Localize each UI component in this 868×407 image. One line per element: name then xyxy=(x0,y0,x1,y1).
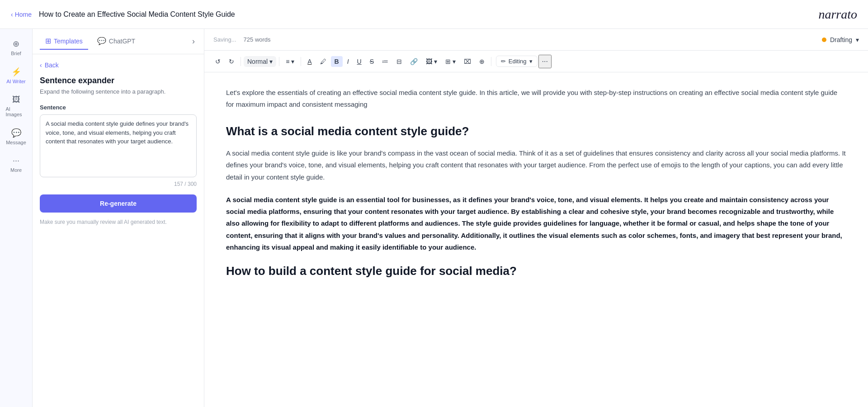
tab-templates[interactable]: ⊞ Templates xyxy=(40,33,88,50)
main-layout: ⊕ Brief ⚡ AI Writer 🖼 AI Images 💬 Messag… xyxy=(0,29,868,407)
collapse-panel-button[interactable]: › xyxy=(190,35,197,48)
align-button[interactable]: ≡ ▾ xyxy=(282,56,298,67)
template-title: Sentence expander xyxy=(40,76,197,85)
editor-status: Saving... 725 words xyxy=(213,36,271,43)
doc-title: How to Create an Effective Social Media … xyxy=(39,10,235,19)
link-button[interactable]: 🔗 xyxy=(406,56,421,67)
editor-paragraph-1: A social media content style guide is li… xyxy=(226,147,846,183)
image-button[interactable]: 🖼 ▾ xyxy=(422,56,441,67)
panel-content: ‹ Back Sentence expander Expand the foll… xyxy=(33,54,204,407)
tab-chatgpt[interactable]: 💬 ChatGPT xyxy=(92,33,141,50)
disclaimer-text: Make sure you manually review all AI gen… xyxy=(40,218,197,226)
strikethrough-button[interactable]: S xyxy=(366,56,377,67)
header-left: ‹ Home How to Create an Effective Social… xyxy=(11,10,235,19)
drafting-badge[interactable]: Drafting ▾ xyxy=(822,36,859,43)
sentence-textarea[interactable]: A social media content style guide defin… xyxy=(40,114,197,177)
remove-format-button[interactable]: ⌧ xyxy=(460,56,475,67)
chevron-left-icon: ‹ xyxy=(11,11,13,18)
editor-intro: Let's explore the essentials of creating… xyxy=(226,87,846,110)
back-label: Back xyxy=(45,62,59,69)
editor-heading-1: What is a social media content style gui… xyxy=(226,124,846,138)
sidebar-item-ai-writer[interactable]: ⚡ AI Writer xyxy=(2,62,30,89)
style-select-label: Normal xyxy=(247,58,268,65)
templates-tab-icon: ⊞ xyxy=(45,37,51,45)
pencil-icon: ✏ xyxy=(501,58,506,65)
back-chevron-icon: ‹ xyxy=(40,62,42,69)
message-icon: 💬 xyxy=(11,128,21,138)
italic-button[interactable]: I xyxy=(344,56,353,67)
toolbar: ↺ ↻ Normal ▾ ≡ ▾ A 🖊 B I U S ≔ ⊟ 🔗 🖼 ▾ ⊞… xyxy=(204,51,868,72)
sentence-field-label: Sentence xyxy=(40,104,197,111)
underline-button[interactable]: U xyxy=(354,56,365,67)
bullet-list-button[interactable]: ≔ xyxy=(378,56,392,67)
editing-label: Editing xyxy=(509,58,527,65)
template-description: Expand the following sentence into a par… xyxy=(40,88,197,95)
toolbar-more-button[interactable]: ··· xyxy=(538,55,552,68)
bold-button[interactable]: B xyxy=(331,56,343,67)
sidebar-item-ai-images[interactable]: 🖼 AI Images xyxy=(2,90,30,122)
saving-text: Saving... xyxy=(213,36,236,43)
editing-chevron-icon: ▾ xyxy=(529,58,533,65)
back-button[interactable]: ‹ Back xyxy=(40,62,197,69)
redo-button[interactable]: ↻ xyxy=(225,56,238,67)
sidebar-label-ai-images: AI Images xyxy=(6,106,27,117)
chatgpt-tab-label: ChatGPT xyxy=(109,38,135,45)
home-link[interactable]: ‹ Home xyxy=(11,11,32,18)
table-button[interactable]: ⊞ ▾ xyxy=(442,56,459,67)
word-count: 725 words xyxy=(244,36,271,43)
header: ‹ Home How to Create an Effective Social… xyxy=(0,0,868,29)
editing-button[interactable]: ✏ Editing ▾ xyxy=(496,56,538,67)
editor-area: Saving... 725 words Drafting ▾ ↺ ↻ Norma… xyxy=(204,29,868,407)
narrato-logo: narrato xyxy=(818,7,857,22)
panel: ⊞ Templates 💬 ChatGPT › ‹ Back Sentence … xyxy=(33,29,204,407)
ai-images-icon: 🖼 xyxy=(12,95,20,104)
brief-icon: ⊕ xyxy=(13,39,19,49)
sentence-textarea-wrapper: A social media content style guide defin… xyxy=(40,114,197,179)
templates-tab-label: Templates xyxy=(54,38,83,45)
sidebar-item-message[interactable]: 💬 Message xyxy=(2,123,30,150)
drafting-dot xyxy=(822,38,826,42)
editor-topbar: Saving... 725 words Drafting ▾ xyxy=(204,29,868,51)
home-label: Home xyxy=(15,11,32,18)
style-select-chevron: ▾ xyxy=(269,58,273,65)
sidebar: ⊕ Brief ⚡ AI Writer 🖼 AI Images 💬 Messag… xyxy=(0,29,33,407)
sidebar-label-ai-writer: AI Writer xyxy=(6,79,26,84)
drafting-label: Drafting xyxy=(830,36,852,43)
sidebar-label-brief: Brief xyxy=(11,51,21,56)
undo-button[interactable]: ↺ xyxy=(212,56,224,67)
chatgpt-tab-icon: 💬 xyxy=(97,37,106,45)
panel-tabs: ⊞ Templates 💬 ChatGPT › xyxy=(33,29,204,54)
style-select[interactable]: Normal ▾ xyxy=(244,56,276,67)
drafting-chevron-icon: ▾ xyxy=(856,36,859,43)
sidebar-label-more: More xyxy=(10,167,22,173)
editor-content[interactable]: Let's explore the essentials of creating… xyxy=(204,72,868,407)
more-icon: ··· xyxy=(13,156,19,166)
sidebar-item-brief[interactable]: ⊕ Brief xyxy=(2,34,30,61)
toolbar-divider-1 xyxy=(241,57,241,66)
plus-button[interactable]: ⊕ xyxy=(476,56,488,67)
ai-writer-icon: ⚡ xyxy=(11,67,21,77)
text-color-button[interactable]: A xyxy=(304,56,315,67)
toolbar-divider-4 xyxy=(491,57,491,66)
sidebar-label-message: Message xyxy=(6,140,26,145)
numbered-list-button[interactable]: ⊟ xyxy=(393,56,406,67)
toolbar-divider-3 xyxy=(301,57,301,66)
toolbar-divider-2 xyxy=(279,57,279,66)
editor-paragraph-2: A social media content style guide is an… xyxy=(226,194,846,253)
highlight-button[interactable]: 🖊 xyxy=(316,56,330,67)
sidebar-item-more[interactable]: ··· More xyxy=(2,151,30,177)
editor-heading-2: How to build a content style guide for s… xyxy=(226,264,846,278)
regenerate-button[interactable]: Re-generate xyxy=(40,194,197,213)
char-count: 157 / 300 xyxy=(40,181,197,187)
